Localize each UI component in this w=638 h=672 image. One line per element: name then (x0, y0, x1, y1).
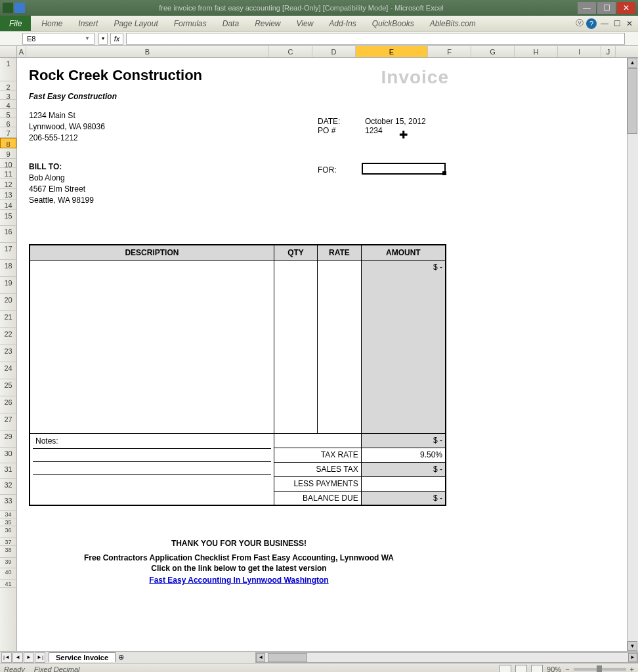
row-header[interactable]: 22 (0, 328, 16, 345)
row-header[interactable]: 18 (0, 260, 16, 277)
col-header-h[interactable]: H (515, 46, 558, 57)
scroll-thumb[interactable] (627, 68, 637, 134)
row-header[interactable]: 36 (0, 526, 16, 538)
doc-restore-button[interactable]: ☐ (612, 19, 622, 28)
row-header[interactable]: 29 (0, 430, 16, 448)
name-box-dropdown-icon[interactable]: ▼ (85, 35, 90, 41)
scroll-up-icon[interactable]: ▲ (627, 58, 637, 68)
sheet-nav-first[interactable]: |◄ (1, 652, 12, 663)
tab-ablebits[interactable]: AbleBits.com (422, 19, 484, 28)
close-button[interactable]: ✕ (617, 2, 635, 14)
view-page-layout-icon[interactable] (515, 665, 527, 673)
active-cell-selection[interactable] (362, 163, 446, 175)
sheet-nav-next[interactable]: ► (24, 652, 34, 663)
fx-button[interactable]: fx (110, 33, 123, 45)
row-header[interactable]: 11 (0, 168, 16, 178)
tab-addins[interactable]: Add-Ins (321, 19, 364, 28)
maximize-button[interactable]: ☐ (597, 2, 616, 14)
row-header[interactable]: 32 (0, 479, 16, 495)
row-header[interactable]: 27 (0, 413, 16, 430)
formula-input[interactable] (126, 33, 625, 45)
row-header[interactable]: 41 (0, 580, 16, 588)
row-header[interactable]: 7 (0, 127, 16, 138)
row-header[interactable]: 2 (0, 81, 16, 91)
footer-link[interactable]: Fast Easy Accounting In Lynnwood Washing… (149, 576, 328, 585)
select-all-corner[interactable] (0, 46, 17, 57)
row-header[interactable]: 9 (0, 148, 16, 159)
row-header[interactable]: 1 (0, 58, 16, 81)
row-header[interactable]: 37 (0, 538, 16, 546)
formula-dropdown[interactable]: ▾ (98, 33, 108, 45)
row-header[interactable]: 14 (0, 200, 16, 210)
name-box[interactable]: E8 ▼ (22, 33, 95, 45)
file-tab[interactable]: File (0, 16, 31, 31)
row-header[interactable]: 10 (0, 159, 16, 168)
save-icon[interactable] (14, 3, 25, 13)
row-header[interactable]: 26 (0, 396, 16, 413)
doc-close-button[interactable]: ✕ (625, 19, 634, 28)
view-normal-icon[interactable] (500, 665, 511, 673)
col-header-a[interactable]: A (17, 46, 26, 57)
col-header-i[interactable]: I (558, 46, 601, 57)
col-header-b[interactable]: B (26, 46, 269, 57)
row-header[interactable]: 3 (0, 91, 16, 100)
row-header[interactable]: 19 (0, 277, 16, 294)
scroll-left-icon[interactable]: ◄ (256, 653, 265, 662)
hscroll-thumb[interactable] (268, 653, 307, 662)
row-header[interactable]: 31 (0, 463, 16, 479)
col-header-c[interactable]: C (269, 46, 312, 57)
zoom-out-icon[interactable]: − (565, 665, 569, 673)
row-header[interactable]: 5 (0, 109, 16, 118)
ribbon-options-icon[interactable]: ⓥ (576, 18, 584, 29)
row-header[interactable]: 13 (0, 189, 16, 200)
col-header-g[interactable]: G (471, 46, 515, 57)
tab-insert[interactable]: Insert (70, 19, 106, 28)
tab-quickbooks[interactable]: QuickBooks (364, 19, 422, 28)
col-header-d[interactable]: D (312, 46, 356, 57)
tab-view[interactable]: View (289, 19, 322, 28)
row-header[interactable]: 33 (0, 495, 16, 511)
col-header-f[interactable]: F (428, 46, 471, 57)
row-header[interactable]: 20 (0, 294, 16, 311)
vertical-scrollbar[interactable]: ▲ ▼ (627, 58, 638, 651)
row-header[interactable]: 24 (0, 362, 16, 379)
col-header-e[interactable]: E (356, 46, 428, 57)
sheet-nav-last[interactable]: ►| (35, 652, 45, 663)
sheet-nav-prev[interactable]: ◄ (12, 652, 23, 663)
minimize-button[interactable]: — (578, 2, 596, 14)
col-header-j[interactable]: J (601, 46, 616, 57)
row-header[interactable]: 16 (0, 226, 16, 243)
sheet-tab-active[interactable]: Service Invoice (49, 652, 116, 662)
row-header[interactable]: 39 (0, 558, 16, 568)
row-header[interactable]: 12 (0, 178, 16, 189)
worksheet[interactable]: Rock Creek Construction Invoice Fast Eas… (17, 58, 627, 651)
row-header[interactable]: 30 (0, 448, 16, 463)
row-header-selected[interactable]: 8 (0, 138, 16, 148)
row-header[interactable]: 34 (0, 511, 16, 518)
row-header[interactable]: 6 (0, 118, 16, 127)
scroll-right-icon[interactable]: ► (628, 653, 637, 662)
row-header[interactable]: 17 (0, 243, 16, 260)
horizontal-scrollbar[interactable]: ◄ ► (255, 652, 638, 663)
row-header[interactable]: 21 (0, 311, 16, 328)
row-header[interactable]: 23 (0, 345, 16, 362)
tab-page-layout[interactable]: Page Layout (106, 19, 165, 28)
row-header[interactable]: 15 (0, 210, 16, 226)
zoom-level[interactable]: 90% (547, 665, 561, 673)
view-page-break-icon[interactable] (531, 665, 543, 673)
row-header[interactable]: 35 (0, 518, 16, 526)
tab-review[interactable]: Review (247, 19, 288, 28)
zoom-in-icon[interactable]: + (630, 665, 634, 673)
row-header[interactable]: 40 (0, 568, 16, 580)
tab-home[interactable]: Home (33, 19, 70, 28)
doc-minimize-button[interactable]: — (599, 19, 610, 28)
tab-data[interactable]: Data (215, 19, 247, 28)
zoom-slider[interactable] (574, 668, 626, 671)
row-header[interactable]: 38 (0, 546, 16, 558)
row-header[interactable]: 4 (0, 100, 16, 109)
row-header[interactable]: 25 (0, 379, 16, 396)
tab-formulas[interactable]: Formulas (166, 19, 215, 28)
new-sheet-icon[interactable]: ⊕ (118, 653, 124, 662)
scroll-down-icon[interactable]: ▼ (627, 641, 637, 651)
help-icon[interactable]: ? (586, 18, 597, 29)
